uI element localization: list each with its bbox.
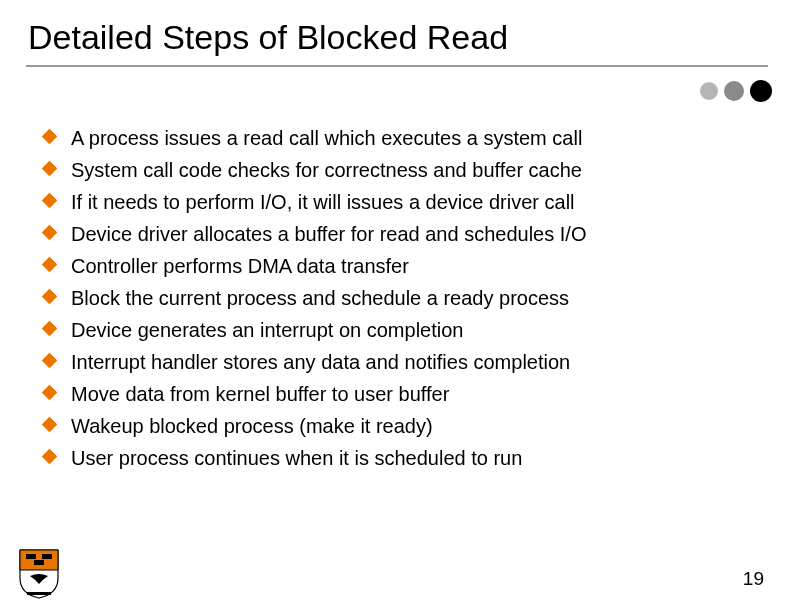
list-item-text: Move data from kernel buffer to user buf… [71,380,449,408]
list-item-text: Device generates an interrupt on complet… [71,316,463,344]
bullet-list: A process issues a read call which execu… [44,124,586,476]
slide-title: Detailed Steps of Blocked Read [28,18,508,57]
list-item: Device driver allocates a buffer for rea… [44,220,586,248]
list-item: If it needs to perform I/O, it will issu… [44,188,586,216]
list-item-text: Device driver allocates a buffer for rea… [71,220,586,248]
list-item-text: If it needs to perform I/O, it will issu… [71,188,575,216]
dot-icon [750,80,772,102]
diamond-bullet-icon [42,193,58,209]
list-item-text: Wakeup blocked process (make it ready) [71,412,433,440]
list-item-text: Interrupt handler stores any data and no… [71,348,570,376]
diamond-bullet-icon [42,161,58,177]
list-item: Interrupt handler stores any data and no… [44,348,586,376]
dot-icon [724,81,744,101]
list-item: Wakeup blocked process (make it ready) [44,412,586,440]
svg-rect-0 [26,554,36,559]
diamond-bullet-icon [42,225,58,241]
diamond-bullet-icon [42,449,58,465]
dot-icon [700,82,718,100]
svg-rect-3 [27,592,51,595]
list-item: Controller performs DMA data transfer [44,252,586,280]
list-item-text: System call code checks for correctness … [71,156,582,184]
diamond-bullet-icon [42,129,58,145]
diamond-bullet-icon [42,289,58,305]
diamond-bullet-icon [42,353,58,369]
diamond-bullet-icon [42,257,58,273]
list-item: Move data from kernel buffer to user buf… [44,380,586,408]
list-item: Block the current process and schedule a… [44,284,586,312]
list-item-text: Controller performs DMA data transfer [71,252,409,280]
svg-rect-1 [42,554,52,559]
decorative-dots [700,80,772,102]
svg-rect-2 [34,560,44,565]
list-item: A process issues a read call which execu… [44,124,586,152]
list-item-text: Block the current process and schedule a… [71,284,569,312]
page-number: 19 [743,568,764,590]
diamond-bullet-icon [42,417,58,433]
list-item-text: User process continues when it is schedu… [71,444,522,472]
title-underline [26,65,768,67]
list-item: User process continues when it is schedu… [44,444,586,472]
list-item-text: A process issues a read call which execu… [71,124,582,152]
diamond-bullet-icon [42,385,58,401]
list-item: System call code checks for correctness … [44,156,586,184]
list-item: Device generates an interrupt on complet… [44,316,586,344]
princeton-shield-icon [18,548,60,600]
diamond-bullet-icon [42,321,58,337]
